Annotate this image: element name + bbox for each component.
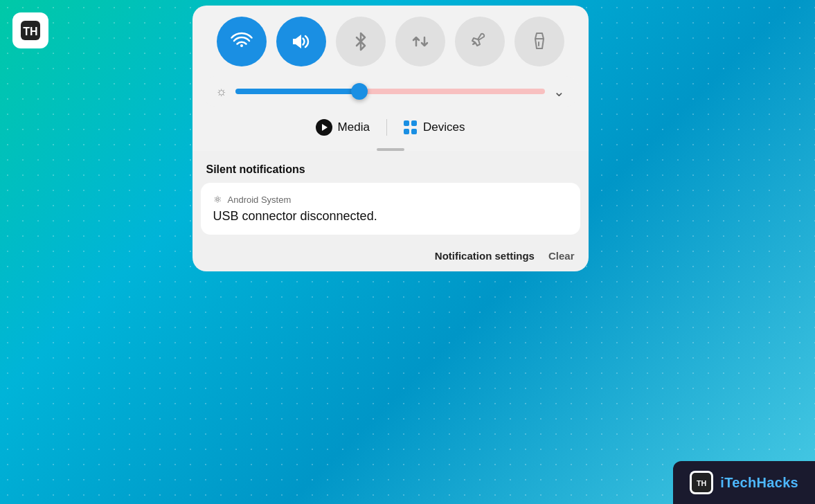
notification-settings-button[interactable]: Notification settings [435,250,535,262]
logo-top-left: TH [12,12,48,48]
wifi-icon [231,30,253,53]
data-transfer-icon [409,30,431,53]
devices-label: Devices [423,120,465,134]
branding-bar: TH iTechHacks [673,461,815,504]
brand-text: iTechHacks [720,475,798,491]
bluetooth-icon [350,30,372,53]
qs-top-section: ☼ ⌄ Media Devices [192,6,589,151]
media-devices-row: Media Devices [204,108,577,144]
airplane-tile[interactable] [455,17,505,66]
flashlight-tile[interactable] [514,17,564,66]
brightness-track [235,89,545,94]
airplane-icon [469,30,491,53]
volume-icon [290,30,312,53]
devices-dots-icon [404,120,418,134]
bluetooth-tile[interactable] [336,17,386,66]
notification-item: ⚛ Android System USB connector disconnec… [201,183,580,235]
brightness-icon: ☼ [216,84,228,99]
brand-logo-icon: TH [690,471,713,494]
brand-text-hacks: Hacks [757,475,798,490]
brightness-expand-button[interactable]: ⌄ [553,83,565,100]
svg-text:TH: TH [697,479,706,487]
svg-text:TH: TH [23,26,37,37]
brightness-row: ☼ ⌄ [204,76,577,107]
brightness-thumb[interactable] [351,83,368,100]
media-button[interactable]: Media [305,115,381,140]
notif-message: USB connector disconnected. [213,209,568,224]
wifi-tile[interactable] [217,17,267,66]
media-label: Media [338,120,370,134]
play-icon [316,119,332,136]
brand-text-itech: iTech [720,475,756,490]
data-tile[interactable] [395,17,445,66]
silent-notifications-header: Silent notifications [192,151,589,183]
devices-button[interactable]: Devices [393,116,476,138]
clear-button[interactable]: Clear [548,250,575,262]
brand-th-icon: TH [692,473,711,492]
logo-icon: TH [18,18,43,43]
brightness-slider[interactable] [235,89,545,94]
notification-section: Silent notifications ⚛ Android System US… [192,151,589,271]
notif-app-icon: ⚛ [213,194,222,205]
quick-settings-panel: ☼ ⌄ Media Devices Silent no [192,6,589,271]
flashlight-icon [528,30,550,53]
media-devices-divider [386,119,387,136]
notif-app-name: Android System [228,195,292,205]
notif-actions-row: Notification settings Clear [192,242,589,271]
qs-tiles-row [204,17,577,66]
notif-app-row: ⚛ Android System [213,194,568,205]
sound-tile[interactable] [276,17,326,66]
